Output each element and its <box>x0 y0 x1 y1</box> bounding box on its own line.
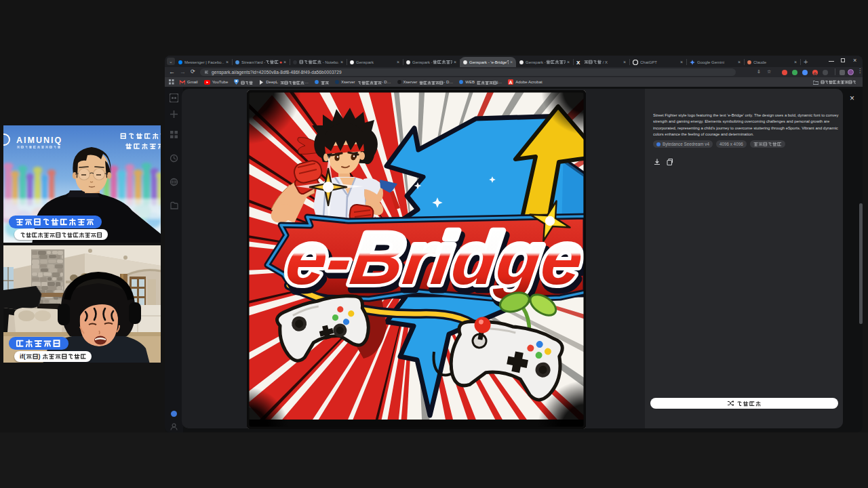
svg-text:AIMUNIQ: AIMUNIQ <box>16 136 62 145</box>
svg-text:A: A <box>509 80 513 85</box>
svg-text:X: X <box>576 60 580 65</box>
svg-text:e-Bridge: e-Bridge <box>281 218 586 299</box>
